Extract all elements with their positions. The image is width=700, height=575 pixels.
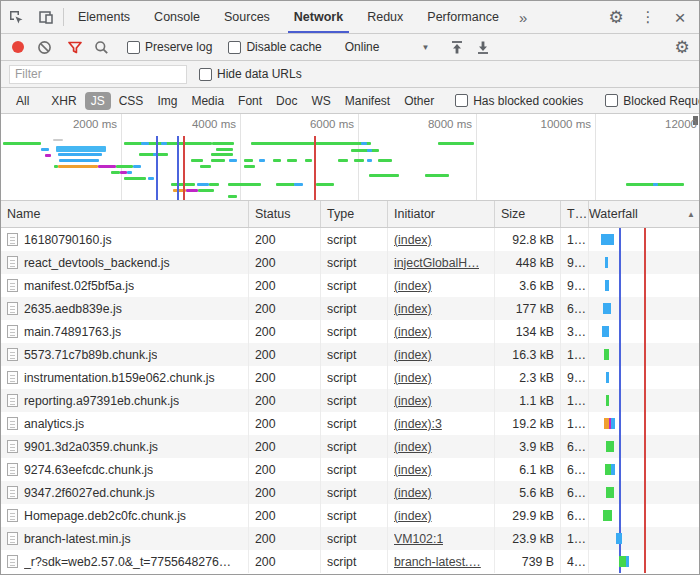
filter-pill-other[interactable]: Other [398,92,440,110]
overview-request-bar [124,142,212,145]
initiator-link[interactable]: (index) [394,348,432,362]
table-row[interactable]: manifest.02f5bf5a.js 200 script (index) … [1,274,699,297]
initiator-link[interactable]: (index) [394,463,432,477]
filter-pill-doc[interactable]: Doc [270,92,303,110]
network-settings-button[interactable]: ⚙ [669,35,695,59]
initiator-link[interactable]: branch-latest.… [394,555,481,569]
initiator-link[interactable]: injectGlobalH… [394,256,479,270]
filter-pill-img[interactable]: Img [151,92,183,110]
filter-pill-xhr[interactable]: XHR [45,92,82,110]
request-name: 5573.71c7b89b.chunk.js [24,348,157,362]
filter-pill-font[interactable]: Font [232,92,268,110]
column-header-size[interactable]: Size [495,201,561,227]
table-row[interactable]: Homepage.deb2c0fc.chunk.js 200 script (i… [1,504,699,527]
filter-pill-ws[interactable]: WS [305,92,336,110]
script-file-icon [7,509,18,522]
initiator-link[interactable]: (index) [394,371,432,385]
initiator-link[interactable]: (index) [394,325,432,339]
filter-toggle-button[interactable] [62,35,88,59]
initiator-link[interactable]: (index) [394,509,432,523]
search-icon [94,40,109,55]
column-header-status[interactable]: Status [249,201,321,227]
hide-data-urls-checkbox[interactable]: Hide data URLs [199,67,302,81]
request-type: script [321,274,388,297]
table-row[interactable]: 9347.2f6027ed.chunk.js 200 script (index… [1,481,699,504]
column-header-waterfall[interactable]: Waterfall▲ [589,201,699,227]
overview-request-bar [251,142,371,145]
column-header-time[interactable]: T… [561,201,589,227]
table-row[interactable]: _r?sdk=web2.57.0&_t=7755648276… 200 scri… [1,550,699,573]
network-overview-timeline[interactable]: 2000 ms4000 ms6000 ms8000 ms10000 ms1200… [1,114,699,201]
timeline-gridline [121,114,122,200]
search-button[interactable] [88,35,114,59]
initiator-link[interactable]: (index) [394,233,432,247]
column-header-type[interactable]: Type [321,201,388,227]
request-time: 9… [561,366,589,389]
script-file-icon [7,256,18,269]
inspect-element-button[interactable] [1,1,31,33]
overview-request-bar [209,183,219,186]
script-file-icon [7,394,18,407]
export-har-button[interactable] [470,35,496,59]
table-row[interactable]: analytics.js 200 script (index):3 19.2 k… [1,412,699,435]
overview-request-bar [197,183,209,186]
clear-network-log-button[interactable] [31,35,57,59]
close-devtools-button[interactable]: × [665,8,695,27]
filter-pill-manifest[interactable]: Manifest [339,92,396,110]
settings-button[interactable]: ⚙ [601,7,631,28]
table-row[interactable]: react_devtools_backend.js 200 script inj… [1,251,699,274]
initiator-link[interactable]: VM102:1 [394,532,443,546]
load-event-line [644,412,646,435]
table-row[interactable]: 9901.3d2a0359.chunk.js 200 script (index… [1,435,699,458]
tab-performance[interactable]: Performance [415,1,511,33]
table-row[interactable]: main.74891763.js 200 script (index) 134 … [1,320,699,343]
waterfall-bar [605,257,608,268]
request-waterfall [589,550,699,573]
initiator-link[interactable]: (index) [394,440,432,454]
request-type: script [321,228,388,251]
column-header-initiator[interactable]: Initiator [388,201,495,227]
initiator-link[interactable]: (index) [394,302,432,316]
record-network-log-button[interactable] [5,35,31,59]
preserve-log-checkbox[interactable]: Preserve log [127,40,212,54]
filter-pill-media[interactable]: Media [185,92,230,110]
import-har-button[interactable] [444,35,470,59]
overview-request-bar [367,159,372,162]
initiator-link[interactable]: (index) [394,486,432,500]
table-row[interactable]: 16180790160.js 200 script (index) 92.8 k… [1,228,699,251]
filter-input[interactable] [9,65,187,84]
waterfall-bar [603,303,611,314]
table-row[interactable]: reporting.a97391eb.chunk.js 200 script (… [1,389,699,412]
filter-pill-js[interactable]: JS [85,92,111,110]
table-row[interactable]: instrumentation.b159e062.chunk.js 200 sc… [1,366,699,389]
tab-redux[interactable]: Redux [355,1,415,33]
disable-cache-checkbox[interactable]: Disable cache [228,40,321,54]
throttling-dropdown[interactable]: Online ▼ [345,40,430,54]
filter-pill-all[interactable]: All [10,92,35,110]
filter-pill-css[interactable]: CSS [113,92,150,110]
page-event-line [156,136,158,200]
initiator-link[interactable]: (index) [394,279,432,293]
domcontentloaded-line [619,458,621,481]
customize-menu-button[interactable]: ⋮ [633,8,663,26]
tab-sources[interactable]: Sources [212,1,282,33]
load-event-line [644,320,646,343]
table-row[interactable]: branch-latest.min.js 200 script VM102:1 … [1,527,699,550]
table-row[interactable]: 5573.71c7b89b.chunk.js 200 script (index… [1,343,699,366]
has-blocked-cookies-checkbox[interactable]: Has blocked cookies [455,94,583,108]
initiator-link[interactable]: (index):3 [394,417,442,431]
device-toolbar-button[interactable] [31,1,61,33]
blocked-requests-checkbox[interactable]: Blocked Requests [605,94,700,108]
table-row[interactable]: 9274.63eefcdc.chunk.js 200 script (index… [1,458,699,481]
waterfall-bar [626,556,629,567]
request-size: 16.3 kB [495,343,561,366]
request-waterfall [589,320,699,343]
tab-console[interactable]: Console [142,1,212,33]
more-tabs-button[interactable]: » [511,1,535,33]
tab-elements[interactable]: Elements [66,1,142,33]
tab-network[interactable]: Network [282,1,355,33]
table-row[interactable]: 2635.aedb839e.js 200 script (index) 177 … [1,297,699,320]
column-header-name[interactable]: Name [1,201,249,227]
request-type: script [321,343,388,366]
initiator-link[interactable]: (index) [394,394,432,408]
